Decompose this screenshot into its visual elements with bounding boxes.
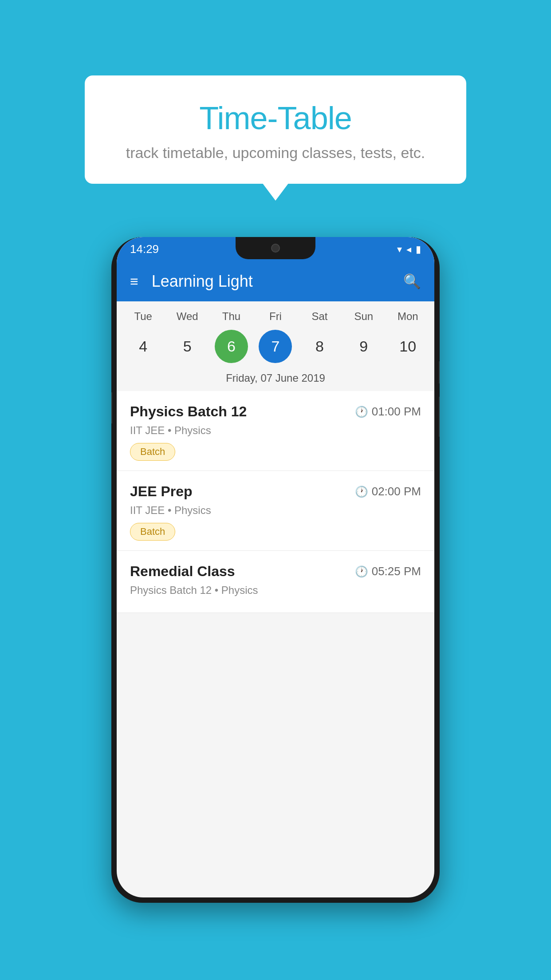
day-wed: Wed bbox=[171, 310, 204, 323]
app-bar: ≡ Learning Light 🔍 bbox=[117, 261, 434, 301]
day-mon: Mon bbox=[391, 310, 425, 323]
time-value-1: 01:00 PM bbox=[372, 405, 421, 419]
power-button bbox=[439, 361, 440, 383]
schedule-title-2: JEE Prep bbox=[130, 483, 193, 500]
camera bbox=[271, 244, 280, 253]
schedule-header-3: Remedial Class 🕐 05:25 PM bbox=[130, 563, 421, 580]
batch-badge-2: Batch bbox=[130, 523, 175, 541]
schedule-item-2[interactable]: JEE Prep 🕐 02:00 PM IIT JEE • Physics Ba… bbox=[117, 471, 434, 551]
battery-icon: ▮ bbox=[416, 244, 421, 255]
schedule-title-3: Remedial Class bbox=[130, 563, 235, 580]
schedule-header-2: JEE Prep 🕐 02:00 PM bbox=[130, 483, 421, 500]
date-4[interactable]: 4 bbox=[126, 330, 160, 363]
wifi-icon: ▾ bbox=[397, 244, 402, 255]
days-header: Tue Wed Thu Fri Sat Sun Mon bbox=[117, 301, 434, 326]
signal-icon: ◂ bbox=[406, 244, 411, 255]
schedule-item-1[interactable]: Physics Batch 12 🕐 01:00 PM IIT JEE • Ph… bbox=[117, 391, 434, 471]
phone-wrapper: 14:29 ▾ ◂ ▮ ≡ Learning Light 🔍 Tue Wed T… bbox=[111, 237, 440, 903]
date-6-today[interactable]: 6 bbox=[215, 330, 248, 363]
dates-row: 4 5 6 7 8 9 10 bbox=[117, 326, 434, 370]
day-sun: Sun bbox=[347, 310, 380, 323]
phone-frame: 14:29 ▾ ◂ ▮ ≡ Learning Light 🔍 Tue Wed T… bbox=[111, 237, 440, 903]
time-value-2: 02:00 PM bbox=[372, 485, 421, 498]
day-thu: Thu bbox=[215, 310, 248, 323]
date-9[interactable]: 9 bbox=[347, 330, 380, 363]
day-fri: Fri bbox=[259, 310, 292, 323]
hamburger-icon[interactable]: ≡ bbox=[130, 273, 138, 290]
batch-badge-1: Batch bbox=[130, 443, 175, 461]
volume-button bbox=[111, 392, 112, 423]
schedule-time-3: 🕐 05:25 PM bbox=[355, 565, 421, 578]
day-sat: Sat bbox=[303, 310, 336, 323]
clock-icon-3: 🕐 bbox=[355, 565, 368, 578]
day-tue: Tue bbox=[126, 310, 160, 323]
clock-icon-2: 🕐 bbox=[355, 486, 368, 498]
date-7-selected[interactable]: 7 bbox=[259, 330, 292, 363]
schedule-meta-1: IIT JEE • Physics bbox=[130, 424, 421, 437]
search-icon[interactable]: 🔍 bbox=[403, 273, 421, 290]
tooltip-title: Time-Table bbox=[111, 100, 440, 136]
schedule-meta-3: Physics Batch 12 • Physics bbox=[130, 584, 421, 597]
schedule-time-1: 🕐 01:00 PM bbox=[355, 405, 421, 419]
notch bbox=[236, 237, 315, 259]
tooltip-container: Time-Table track timetable, upcoming cla… bbox=[85, 75, 466, 184]
schedule-list: Physics Batch 12 🕐 01:00 PM IIT JEE • Ph… bbox=[117, 391, 434, 613]
phone-screen: 14:29 ▾ ◂ ▮ ≡ Learning Light 🔍 Tue Wed T… bbox=[117, 237, 434, 897]
selected-date-label: Friday, 07 June 2019 bbox=[117, 370, 434, 391]
time-value-3: 05:25 PM bbox=[372, 565, 421, 578]
app-title: Learning Light bbox=[152, 272, 403, 291]
status-time: 14:29 bbox=[130, 242, 159, 256]
status-icons: ▾ ◂ ▮ bbox=[397, 244, 421, 255]
volume-right-button bbox=[439, 397, 440, 437]
schedule-item-3[interactable]: Remedial Class 🕐 05:25 PM Physics Batch … bbox=[117, 551, 434, 613]
date-8[interactable]: 8 bbox=[303, 330, 336, 363]
schedule-title-1: Physics Batch 12 bbox=[130, 403, 247, 420]
clock-icon-1: 🕐 bbox=[355, 406, 368, 418]
schedule-header-1: Physics Batch 12 🕐 01:00 PM bbox=[130, 403, 421, 420]
date-10[interactable]: 10 bbox=[391, 330, 425, 363]
schedule-time-2: 🕐 02:00 PM bbox=[355, 485, 421, 498]
schedule-meta-2: IIT JEE • Physics bbox=[130, 504, 421, 517]
tooltip-subtitle: track timetable, upcoming classes, tests… bbox=[111, 144, 440, 162]
tooltip-bubble: Time-Table track timetable, upcoming cla… bbox=[85, 75, 466, 184]
date-5[interactable]: 5 bbox=[171, 330, 204, 363]
